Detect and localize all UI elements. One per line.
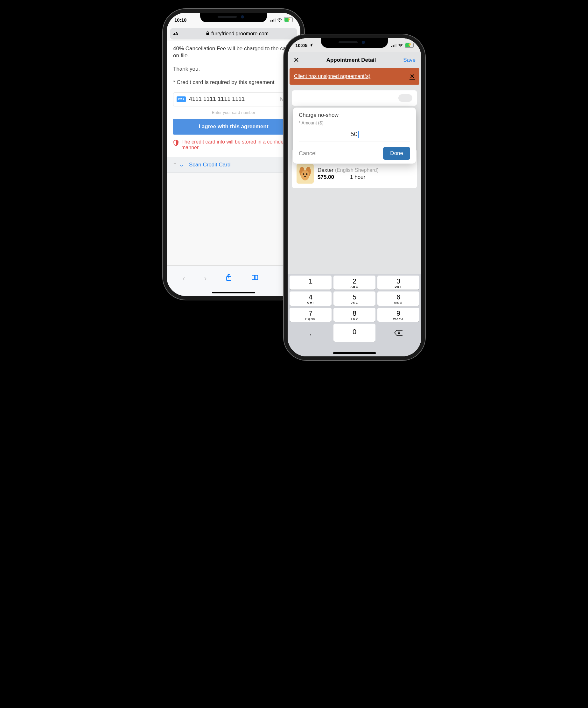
battery-icon: ⚡ [284,17,293,22]
key-7[interactable]: 7PQRS [290,308,331,322]
card-hint: Enter your card number [173,110,294,115]
key-0[interactable]: 0 [333,324,376,342]
pet-row[interactable]: Dexter (English Shepherd) $75.00 1 hour [297,164,412,184]
cell-signal-icon [270,18,276,22]
pet-duration: 1 hour [350,174,365,180]
modal-title: Charge no-show [299,112,410,118]
url-domain: furryfriend.groomore.com [211,31,269,37]
key-2[interactable]: 2ABC [333,275,376,290]
pet-price: $75.00 [318,174,334,180]
key-5[interactable]: 5JKL [333,292,376,306]
svg-rect-0 [206,33,209,35]
nav-header: ✕ Appointment Detail Save [288,52,421,68]
done-button[interactable]: Done [383,147,410,160]
cc-required-text: * Credit card is required by this agreem… [173,79,294,86]
agree-button[interactable]: I agree with this agreement [173,119,294,135]
pet-breed: (English Shepherd) [335,167,379,173]
toggle-card [292,90,417,106]
phone-left: 10:10 ⚡ AA furryfriend.groomore.com 40% … [167,13,300,296]
cell-signal-icon [391,43,397,47]
page-content: 40% Cancellation Fee will be charged to … [167,41,300,157]
key-3[interactable]: 3DEF [377,275,419,290]
cancel-button[interactable]: Cancel [299,150,317,157]
visa-badge: VISA [177,96,186,102]
wifi-icon [277,17,282,23]
charge-noshow-modal: Charge no-show * Amount ($) 50 Cancel Do… [293,108,416,164]
numeric-keypad: 1 2ABC3DEF4GHI5JKL6MNO7PQRS8TUV9WXYZ . 0 [288,274,421,356]
shield-icon [173,140,179,146]
unsigned-agreement-banner[interactable]: Client has unsigned agreement(s) ✕ [290,68,419,85]
svg-point-4 [301,170,309,180]
card-number-field[interactable]: 4111 1111 1111 1111 [189,96,245,102]
back-icon[interactable]: ‹ [183,274,185,283]
forward-icon[interactable]: › [204,274,206,283]
key-8[interactable]: 8TUV [333,308,376,322]
scan-credit-card-row[interactable]: ⌃ ⌄ Scan Credit Card [167,157,300,173]
wifi-icon [398,42,403,48]
key-backspace[interactable] [377,324,419,342]
close-icon[interactable]: ✕ [293,56,299,64]
status-time: 10:10 [174,17,186,23]
chevron-up-icon[interactable]: ⌃ [172,162,178,168]
text-size-icon[interactable]: AA [173,31,178,36]
pet-avatar [297,164,314,184]
svg-point-7 [304,176,306,177]
key-1[interactable]: 1 [290,275,331,290]
pet-name: Dexter [318,167,333,173]
key-4[interactable]: 4GHI [290,292,331,306]
lock-icon [206,31,209,37]
amount-label: * Amount ($) [299,120,410,125]
status-time: 10:05 [295,42,307,48]
key-6[interactable]: 6MNO [377,292,419,306]
scan-label[interactable]: Scan Credit Card [189,161,230,168]
key-9[interactable]: 9WXYZ [377,308,419,322]
location-icon [309,42,313,48]
svg-point-6 [306,173,308,175]
fee-text: 40% Cancellation Fee will be charged to … [173,45,294,59]
safari-toolbar: ‹ › ☐ [167,265,300,296]
home-indicator[interactable] [212,292,255,293]
home-indicator[interactable] [333,352,376,354]
chevron-down-icon[interactable]: ⌄ [179,162,184,168]
safari-url-bar[interactable]: AA furryfriend.groomore.com [170,28,297,39]
bookmarks-icon[interactable] [251,274,259,283]
share-icon[interactable] [226,274,232,283]
battery-icon: ⚡ [405,42,414,48]
notch [321,38,388,48]
svg-point-5 [303,173,304,175]
secure-note: The credit card info will be stored in a… [173,139,294,150]
notch [200,13,267,22]
card-input[interactable]: VISA 4111 1111 1111 1111 MM/ [173,92,294,106]
save-button[interactable]: Save [403,57,416,63]
banner-close-icon[interactable]: ✕ [410,72,415,80]
banner-text[interactable]: Client has unsigned agreement(s) [294,73,370,79]
key-dot[interactable]: . [290,324,331,342]
phone-right: 10:05 ⚡ ✕ Appointment Detail Save Client… [288,38,421,356]
amount-input[interactable]: 50 [299,128,410,142]
thank-you-text: Thank you. [173,65,294,72]
page-title: Appointment Detail [326,57,376,63]
